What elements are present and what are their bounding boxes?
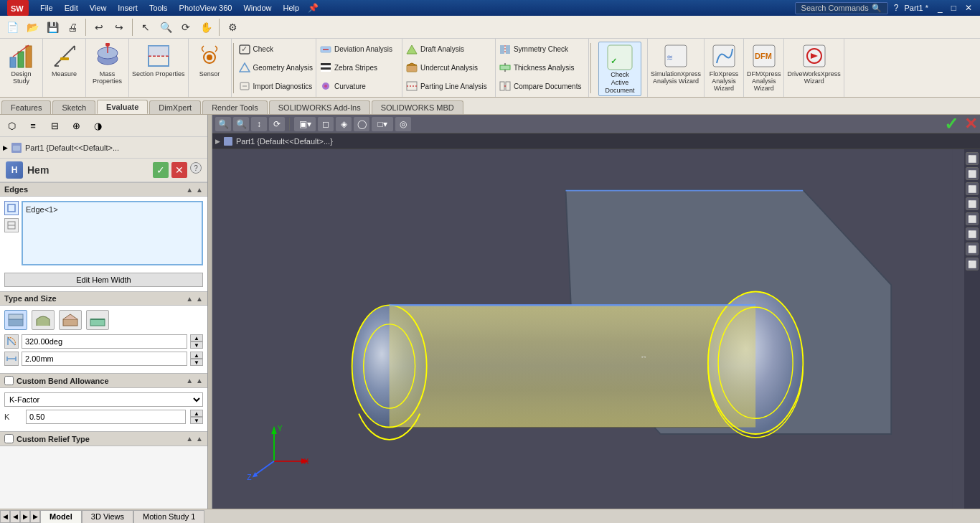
design-study-btn[interactable] — [7, 42, 36, 70]
kfactor-input[interactable] — [26, 410, 186, 424]
nav-prev-btn[interactable]: ◀ — [0, 510, 10, 523]
rs-btn-4[interactable]: ⬜ — [966, 197, 979, 210]
maximize-btn[interactable]: □ — [948, 3, 960, 13]
length-spin-up[interactable]: ▲ — [190, 352, 203, 359]
menu-tools[interactable]: Tools — [146, 4, 171, 12]
vp-mode-btn[interactable]: ◻ — [318, 117, 334, 131]
length-input[interactable] — [22, 352, 187, 366]
settings-btn[interactable]: ⚙ — [223, 18, 242, 37]
bottom-tab-model[interactable]: Model — [40, 510, 82, 523]
custom-relief-checkbox[interactable] — [4, 434, 14, 443]
undercut-analysis-btn[interactable]: Undercut Analysis — [405, 61, 492, 74]
zoom-btn[interactable]: 🔍 — [156, 18, 175, 37]
rs-btn-1[interactable]: ⬜ — [966, 152, 979, 165]
vp-search-btn[interactable]: 🔍 — [215, 117, 231, 131]
simulation-btn[interactable]: ≋ — [661, 42, 690, 70]
vp-display-btn[interactable]: ◯ — [354, 117, 369, 131]
angle-spin-up[interactable]: ▲ — [190, 334, 203, 341]
kfactor-dropdown[interactable]: K-Factor Bend Table Bend Deduction — [4, 392, 203, 407]
edge-icon-main[interactable] — [4, 201, 19, 215]
deviation-analysis-btn[interactable]: Deviation Analysis — [319, 43, 399, 56]
kfactor-spin-down[interactable]: ▼ — [190, 417, 203, 424]
panel-tool-4[interactable]: ⊕ — [66, 116, 86, 135]
nav-next-btn[interactable]: ▶ — [20, 510, 30, 523]
pan-btn[interactable]: ✋ — [197, 18, 215, 37]
vp-light-btn[interactable]: ◈ — [336, 117, 352, 131]
rs-btn-6[interactable]: ⬜ — [966, 227, 979, 240]
vp-tree-arrow[interactable]: ▶ — [215, 138, 220, 145]
canvas-area[interactable]: Y X Z ↔ ⬜ ⬜ ⬜ ⬜ ⬜ ⬜ ⬜ ⬜ — [212, 149, 980, 509]
kfactor-spin-up[interactable]: ▲ — [190, 410, 203, 417]
symmetry-check-btn[interactable]: Symmetry Check — [499, 43, 585, 56]
vp-rotate-btn[interactable]: ⟳ — [269, 117, 285, 131]
rs-btn-7[interactable]: ⬜ — [966, 242, 979, 255]
panel-tool-1[interactable]: ⬡ — [1, 116, 22, 135]
driveworks-btn[interactable] — [800, 42, 829, 70]
curvature-btn[interactable]: Curvature — [319, 80, 399, 93]
angle-input[interactable] — [22, 334, 187, 349]
open-btn[interactable]: 📂 — [23, 18, 42, 37]
question-icon[interactable]: ? — [894, 3, 899, 13]
tab-evaluate[interactable]: Evaluate — [97, 100, 148, 114]
rs-btn-5[interactable]: ⬜ — [966, 212, 979, 225]
mass-properties-btn[interactable] — [93, 42, 122, 70]
compare-documents-btn[interactable]: Compare Documents — [499, 80, 585, 93]
menu-insert[interactable]: Insert — [115, 4, 141, 12]
rs-btn-8[interactable]: ⬜ — [966, 258, 979, 270]
edge-icon-2[interactable] — [4, 218, 19, 232]
rotate-btn[interactable]: ⟳ — [176, 18, 195, 37]
draft-analysis-btn[interactable]: Draft Analysis — [405, 43, 492, 56]
type-flat-btn[interactable] — [4, 310, 27, 330]
vp-search2-btn[interactable]: 🔍 — [233, 117, 249, 131]
type-tear-btn[interactable] — [59, 310, 82, 330]
bottom-tab-3d-views[interactable]: 3D Views — [82, 510, 133, 523]
panel-tool-3[interactable]: ⊟ — [44, 116, 65, 135]
sensor-btn[interactable] — [195, 42, 224, 70]
vp-view2-btn[interactable]: □▾ — [372, 117, 393, 131]
dfmxpress-btn[interactable]: DFM — [750, 42, 778, 70]
undo-btn[interactable]: ↩ — [90, 18, 108, 37]
nav-next2-btn[interactable]: ▶ — [30, 510, 40, 523]
custom-relief-section-header[interactable]: Custom Relief Type ▲ ▲ — [0, 431, 207, 446]
menu-help[interactable]: Help — [281, 4, 303, 12]
type-rolled-btn[interactable] — [32, 310, 55, 330]
custom-bend-checkbox[interactable] — [4, 376, 14, 385]
measure-btn[interactable] — [50, 42, 79, 70]
floexpress-btn[interactable] — [710, 42, 738, 70]
menu-photoview[interactable]: PhotoView 360 — [176, 4, 235, 12]
edges-section-header[interactable]: Edges ▲ ▲ — [0, 182, 207, 197]
menu-edit[interactable]: Edit — [62, 4, 81, 12]
tab-dimxpert[interactable]: DimXpert — [149, 100, 201, 114]
tab-solidworks-addins[interactable]: SOLIDWORKS Add-Ins — [269, 100, 370, 114]
select-btn[interactable]: ↖ — [136, 18, 155, 37]
panel-tool-5[interactable]: ◑ — [88, 116, 108, 135]
thickness-analysis-btn[interactable]: Thickness Analysis — [499, 61, 585, 74]
vp-filter-btn[interactable]: ↕ — [251, 117, 267, 131]
rs-btn-3[interactable]: ⬜ — [966, 182, 979, 195]
tab-features[interactable]: Features — [1, 100, 51, 114]
hem-cancel-btn[interactable]: ✕ — [171, 162, 187, 178]
parting-line-btn[interactable]: Parting Line Analysis — [405, 80, 492, 93]
tree-arrow[interactable]: ▶ — [3, 144, 8, 151]
save-btn[interactable]: 💾 — [43, 18, 62, 37]
menu-file[interactable]: File — [37, 4, 56, 12]
menu-view[interactable]: View — [87, 4, 110, 12]
rs-btn-2[interactable]: ⬜ — [966, 167, 979, 180]
menu-window[interactable]: Window — [240, 4, 274, 12]
check-btn[interactable]: ✓ Check — [238, 43, 313, 56]
length-spin-down[interactable]: ▼ — [190, 359, 203, 366]
vp-view3-btn[interactable]: ◎ — [395, 117, 411, 131]
hem-ok-btn[interactable]: ✓ — [153, 162, 169, 178]
tab-sketch[interactable]: Sketch — [52, 100, 95, 114]
new-btn[interactable]: 📄 — [3, 18, 22, 37]
viewport-cancel-btn[interactable]: ✕ — [964, 115, 977, 133]
nav-prev2-btn[interactable]: ◀ — [10, 510, 20, 523]
pin-icon[interactable]: 📌 — [308, 3, 319, 13]
check-active-document-btn[interactable]: ✓ CheckActiveDocument — [598, 42, 641, 96]
panel-tool-2[interactable]: ≡ — [23, 116, 43, 135]
search-icon[interactable]: 🔍 — [872, 4, 882, 13]
edit-hem-width-btn[interactable]: Edit Hem Width — [4, 273, 203, 287]
import-diagnostics-btn[interactable]: Import Diagnostics — [238, 80, 313, 93]
geometry-analysis-btn[interactable]: Geometry Analysis — [238, 61, 313, 74]
type-open-btn[interactable] — [86, 310, 109, 330]
